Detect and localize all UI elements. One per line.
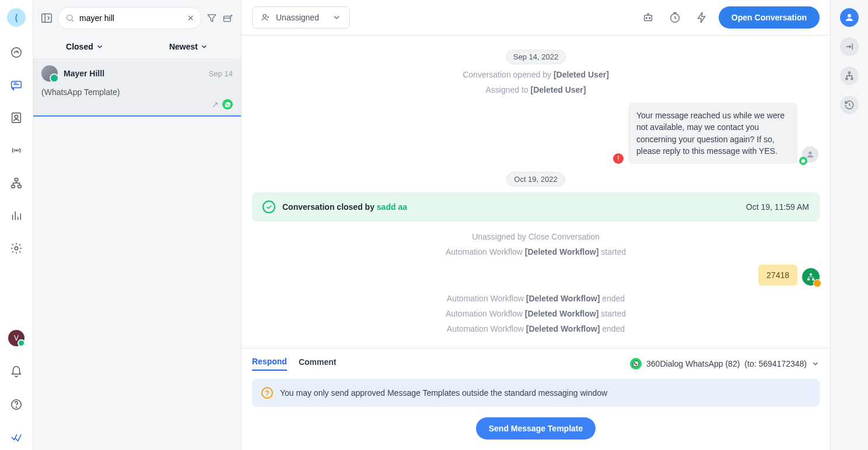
- hierarchy-icon[interactable]: [840, 66, 859, 85]
- assignee-select[interactable]: Unassigned: [252, 6, 350, 29]
- contact-details-icon[interactable]: [840, 8, 859, 27]
- svg-point-19: [808, 152, 811, 154]
- chevron-down-icon: [96, 43, 104, 51]
- svg-rect-6: [12, 185, 15, 188]
- svg-point-14: [263, 15, 266, 17]
- chevron-down-icon: [200, 43, 208, 51]
- workspace-logo[interactable]: (: [7, 8, 26, 27]
- system-unassigned: Unassigned by Close Conversation: [252, 232, 820, 241]
- open-conversation-button[interactable]: Open Conversation: [719, 6, 820, 29]
- search-field[interactable]: ×: [58, 7, 201, 29]
- merge-arrows-icon[interactable]: [840, 37, 859, 56]
- status-filter[interactable]: Closed: [66, 42, 104, 51]
- svg-point-16: [646, 17, 647, 19]
- closed-timestamp: Oct 19, 11:59 AM: [746, 202, 809, 212]
- date-separator: Sep 14, 2022: [506, 50, 566, 64]
- filter-icon[interactable]: [206, 12, 218, 24]
- reports-icon[interactable]: [9, 209, 23, 223]
- user-avatar[interactable]: V: [8, 330, 24, 346]
- closed-text: Conversation closed by sadd aa: [282, 202, 407, 212]
- svg-point-12: [67, 15, 72, 20]
- search-input[interactable]: [79, 13, 183, 23]
- svg-point-3: [15, 115, 18, 118]
- new-conversation-icon[interactable]: [222, 12, 234, 24]
- svg-rect-5: [15, 178, 18, 181]
- whatsapp-channel-icon: [222, 99, 233, 110]
- composer: Respond Comment 360Dialog WhatsApp (82) …: [242, 348, 830, 450]
- svg-point-26: [851, 78, 853, 80]
- conversation-preview: (WhatsApp Template): [41, 87, 233, 97]
- channel-selector[interactable]: 360Dialog WhatsApp (82) (to: 5694172348): [630, 358, 820, 370]
- system-assigned: Assigned to [Deleted User]: [252, 85, 820, 94]
- svg-rect-15: [644, 15, 652, 20]
- message-bubble: Your message reached us while we were no…: [628, 103, 797, 164]
- tab-comment[interactable]: Comment: [299, 357, 337, 370]
- order-filter[interactable]: Newest: [169, 42, 208, 51]
- info-text: You may only send approved Message Templ…: [280, 388, 607, 398]
- svg-point-23: [848, 14, 851, 17]
- send-template-button[interactable]: Send Message Template: [476, 417, 596, 440]
- contact-name: Mayer Hilll: [64, 69, 203, 78]
- contact-avatar: [41, 65, 58, 82]
- svg-point-17: [649, 17, 650, 19]
- conversation-header: Unassigned Open Conversation: [242, 0, 830, 36]
- outbound-message-row: 27418: [252, 265, 820, 286]
- inbox-sort-bar: Closed Newest: [33, 36, 241, 58]
- svg-rect-11: [42, 14, 52, 23]
- template-info-banner: ? You may only send approved Message Tem…: [252, 379, 820, 407]
- channel-to: (to: 5694172348): [744, 359, 807, 368]
- conversation-date: Sep 14: [209, 69, 233, 78]
- system-opened: Conversation opened by [Deleted User]: [252, 70, 820, 79]
- svg-point-8: [15, 247, 18, 250]
- broadcast-icon[interactable]: [9, 143, 23, 157]
- collapse-panel-icon[interactable]: [40, 12, 53, 24]
- inbox-icon[interactable]: [9, 78, 23, 92]
- bot-icon[interactable]: [642, 11, 654, 24]
- contacts-icon[interactable]: [9, 111, 23, 125]
- system-workflow: Automation Workflow [Deleted Workflow] s…: [252, 309, 820, 318]
- svg-point-4: [16, 150, 17, 151]
- system-workflow: Automation Workflow [Deleted Workflow] s…: [252, 247, 820, 256]
- closed-banner: Conversation closed by sadd aa Oct 19, 1…: [252, 192, 820, 222]
- svg-point-10: [16, 407, 16, 407]
- whatsapp-icon: [630, 358, 642, 370]
- bolt-icon[interactable]: [695, 11, 708, 24]
- outbound-message-row: ! Your message reached us while we were …: [252, 103, 820, 164]
- inbox-header: ×: [33, 0, 241, 36]
- check-circle-icon: [262, 201, 275, 213]
- bot-avatar: [802, 268, 820, 286]
- svg-rect-20: [810, 273, 812, 275]
- person-icon: [261, 13, 270, 22]
- right-rail: [830, 0, 868, 450]
- workflows-icon[interactable]: [9, 176, 23, 190]
- help-icon[interactable]: [9, 398, 23, 412]
- search-icon: [65, 13, 75, 23]
- channel-mini-icon: [813, 279, 821, 287]
- chevron-down-icon: [811, 360, 820, 368]
- sender-avatar: [802, 146, 820, 164]
- settings-icon[interactable]: [9, 241, 23, 255]
- channel-name: 360Dialog WhatsApp (82): [646, 359, 740, 368]
- svg-rect-7: [18, 185, 22, 188]
- system-workflow: Automation Workflow [Deleted Workflow] e…: [252, 324, 820, 333]
- snooze-icon[interactable]: [668, 11, 681, 24]
- inbox-panel: × Closed Newest Mayer Hilll Sep 14 (What…: [33, 0, 242, 450]
- outbound-arrow-icon: ↗: [212, 100, 219, 109]
- svg-point-24: [849, 72, 850, 73]
- message-thread: Sep 14, 2022 Conversation opened by [Del…: [242, 36, 830, 348]
- message-bubble: 27418: [758, 265, 797, 286]
- clear-search-icon[interactable]: ×: [187, 12, 194, 24]
- tab-respond[interactable]: Respond: [252, 357, 287, 371]
- error-badge-icon[interactable]: !: [613, 153, 624, 164]
- help-circle-icon: ?: [261, 387, 273, 399]
- conversation-main: Unassigned Open Conversation Sep 14, 202…: [242, 0, 830, 450]
- conversation-item[interactable]: Mayer Hilll Sep 14 (WhatsApp Template) ↗: [33, 58, 241, 117]
- notifications-icon[interactable]: [9, 365, 23, 379]
- dashboard-icon[interactable]: [9, 45, 23, 59]
- app-brand-icon[interactable]: [9, 430, 23, 444]
- svg-rect-21: [807, 279, 810, 280]
- svg-rect-13: [224, 16, 231, 22]
- svg-point-25: [846, 78, 848, 80]
- chevron-down-icon: [332, 13, 341, 22]
- history-icon[interactable]: [840, 96, 859, 114]
